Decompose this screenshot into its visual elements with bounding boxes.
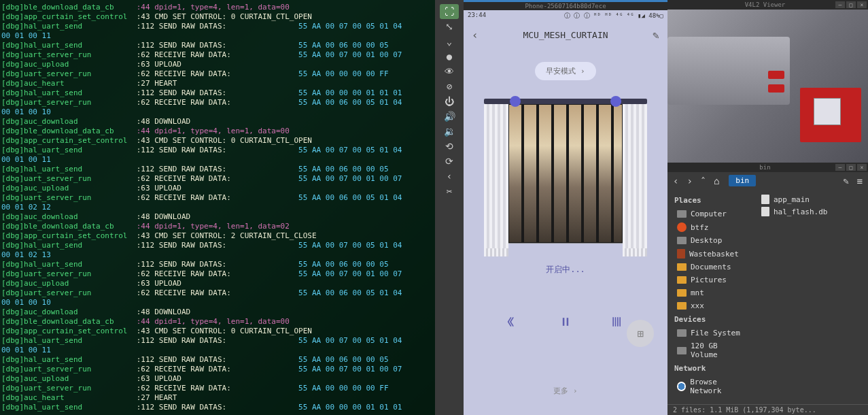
sidebar-icon-2[interactable]: ⌄ <box>440 34 459 49</box>
close-icon[interactable]: × <box>857 164 867 171</box>
edit-path-icon[interactable]: ✎ <box>841 176 850 186</box>
fm-content[interactable]: app_mainhal_flash.db <box>756 189 868 404</box>
places-item[interactable]: Desktop <box>667 234 756 247</box>
net-icon <box>677 382 686 391</box>
status-icons: ⓘ ⓘ ⓘ ᴴᴰ ᴴᴰ ⁴ᴳ ⁴ᴳ ▮◢ 48%▢ <box>564 12 663 20</box>
folder-icon <box>677 276 687 284</box>
right-column: V4L2 Viewer – □ × bin – □ × ‹ › ˄ ⌂ bin … <box>667 0 868 415</box>
nav-up-icon[interactable]: ˄ <box>699 176 707 186</box>
file-icon <box>761 207 769 216</box>
fm-sidebar: Places ComputerbtfzDesktopWastebasketDoc… <box>667 189 756 404</box>
back-icon[interactable]: ‹ <box>472 29 479 42</box>
phone-mirror-window: Phone-25607164b80d7ece 23:44 ⓘ ⓘ ⓘ ᴴᴰ ᴴᴰ… <box>464 0 667 415</box>
app-body: 早安模式 › 开启中... ⊞ 更多 › <box>464 48 667 415</box>
phone-status-bar: 23:44 ⓘ ⓘ ⓘ ᴴᴰ ᴴᴰ ⁴ᴳ ⁴ᴳ ▮◢ 48%▢ <box>464 10 667 22</box>
sidebar-icon-12[interactable]: ✂ <box>440 184 459 199</box>
open-button[interactable] <box>502 310 526 334</box>
minimize-icon[interactable]: – <box>835 164 845 171</box>
file-icon <box>761 195 769 204</box>
sidebar-icon-6[interactable]: ⏻ <box>440 94 459 109</box>
sidebar-icon-10[interactable]: ⟳ <box>440 154 459 169</box>
status-time: 23:44 <box>468 12 486 20</box>
camera-feed <box>667 10 868 163</box>
curtain-visual <box>487 101 644 244</box>
curtain-right <box>623 104 647 250</box>
sidebar-icon-0[interactable]: ⛶ <box>440 4 459 19</box>
app-header: ‹ MCU_MESH_CURTAIN ✎ <box>464 22 667 48</box>
trash-icon <box>677 249 685 259</box>
places-item[interactable]: Wastebasket <box>667 247 756 261</box>
folder-icon <box>677 289 687 297</box>
more-link[interactable]: 更多 › <box>553 386 577 396</box>
edit-icon[interactable]: ✎ <box>653 29 659 42</box>
devices-item[interactable]: File System <box>667 327 756 339</box>
path-breadcrumb[interactable]: bin <box>729 175 756 186</box>
sidebar-icon-1[interactable]: ⤡ <box>440 19 459 34</box>
sidebar-icon-4[interactable]: 👁 <box>440 64 459 79</box>
close-button[interactable] <box>605 310 629 334</box>
devices-header: Devices <box>667 312 756 327</box>
places-item[interactable]: Computer <box>667 208 756 220</box>
menu-icon[interactable]: ≡ <box>856 176 864 186</box>
mode-badge[interactable]: 早安模式 › <box>535 62 595 80</box>
log-output: [dbg]ble_download_data_cb :44 dpid=1, ty… <box>1 3 434 412</box>
fab-grid-icon[interactable]: ⊞ <box>627 320 654 347</box>
sidebar-icon-5[interactable]: ⊘ <box>440 79 459 94</box>
places-header: Places <box>667 193 756 208</box>
svg-rect-1 <box>567 318 569 326</box>
nav-forward-icon[interactable]: › <box>685 176 693 186</box>
viewer-titlebar: V4L2 Viewer – □ × <box>667 0 868 10</box>
sidebar-icon-11[interactable]: ‹ <box>440 169 459 184</box>
terminal-pane[interactable]: [dbg]ble_download_data_cb :44 dpid=1, ty… <box>0 0 435 415</box>
chip <box>814 98 841 125</box>
comp-icon <box>677 237 687 244</box>
curtain-status: 开启中... <box>546 264 585 276</box>
fm-toolbar: ‹ › ˄ ⌂ bin ✎ ≡ <box>667 172 868 189</box>
file-item[interactable]: hal_flash.db <box>761 205 863 218</box>
svg-rect-0 <box>563 318 565 326</box>
comp-icon <box>677 347 687 354</box>
window-view <box>508 104 623 243</box>
usb-port <box>768 71 784 79</box>
curtain-rail <box>484 99 647 104</box>
sidebar-icon-3[interactable]: ● <box>440 49 459 64</box>
sidebar-icon-9[interactable]: ⟲ <box>440 139 459 154</box>
sidebar-icon-8[interactable]: 🔉 <box>440 124 459 139</box>
pause-button[interactable] <box>553 310 578 334</box>
places-item[interactable]: Documents <box>667 261 756 273</box>
minimize-icon[interactable]: – <box>835 1 845 8</box>
close-icon[interactable]: × <box>857 1 867 8</box>
places-item[interactable]: mnt <box>667 286 756 299</box>
scrcpy-sidebar: ⛶⤡⌄●👁⊘⏻🔊🔉⟲⟳‹✂ <box>435 0 464 415</box>
fm-statusbar: 2 files: 1.1 MiB (1,197,304 byte... <box>667 404 868 415</box>
fm-title-text: bin <box>695 164 835 171</box>
maximize-icon[interactable]: □ <box>846 164 856 171</box>
maximize-icon[interactable]: □ <box>846 1 856 8</box>
fm-titlebar: bin – □ × <box>667 163 868 172</box>
nav-home-icon[interactable]: ⌂ <box>712 176 721 186</box>
places-item[interactable]: Pictures <box>667 273 756 286</box>
network-header: Network <box>667 361 756 376</box>
usb-port <box>768 84 784 93</box>
network-item[interactable]: Browse Network <box>667 376 756 397</box>
curtain-handle-left[interactable] <box>510 96 521 107</box>
comp-icon <box>677 329 687 337</box>
curtain-left <box>484 104 508 250</box>
dev-board <box>800 88 861 142</box>
phone-window-title: Phone-25607164b80d7ece <box>464 0 667 10</box>
usb-hub <box>667 37 790 105</box>
fire-icon <box>677 222 687 232</box>
control-row <box>502 310 629 334</box>
places-item[interactable]: btfz <box>667 220 756 234</box>
file-item[interactable]: app_main <box>761 193 863 205</box>
viewer-title-text: V4L2 Viewer <box>745 1 786 8</box>
nav-back-icon[interactable]: ‹ <box>672 176 680 186</box>
curtain-handle-right[interactable] <box>610 96 621 107</box>
sidebar-icon-7[interactable]: 🔊 <box>440 109 459 124</box>
fm-body: Places ComputerbtfzDesktopWastebasketDoc… <box>667 189 868 404</box>
places-item[interactable]: xxx <box>667 299 756 312</box>
devices-item[interactable]: 120 GB Volume <box>667 339 756 361</box>
folder-icon <box>677 263 687 271</box>
comp-icon <box>677 210 687 218</box>
folder-icon <box>677 302 687 310</box>
